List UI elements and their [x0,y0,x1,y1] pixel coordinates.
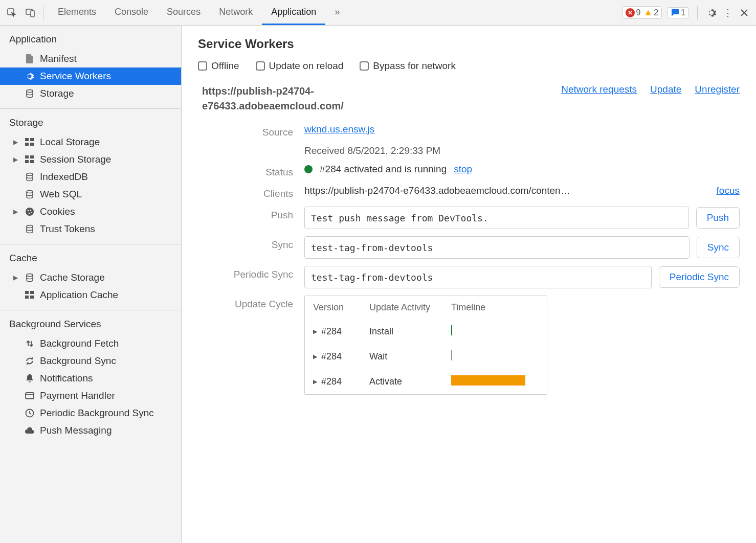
sidebar-item-push-messaging[interactable]: Push Messaging [0,422,181,439]
sidebar-item-label: Background Sync [40,355,116,367]
sidebar-item-label: Session Storage [40,154,111,165]
sidebar-item-web-sql[interactable]: Web SQL [0,186,181,203]
sidebar-item-label: Trust Tokens [40,223,95,235]
sidebar-item-periodic-background-sync[interactable]: Periodic Background Sync [0,404,181,422]
timeline-bar-icon [451,325,452,335]
grid-icon [25,291,35,299]
update-link[interactable]: Update [650,84,681,95]
sidebar-item-indexeddb[interactable]: IndexedDB [0,168,181,186]
bypass-network-checkbox[interactable]: Bypass for network [360,60,456,72]
sidebar-item-cookies[interactable]: ▶Cookies [0,203,181,220]
messages-badge[interactable]: 1 [667,7,689,18]
sidebar-item-trust-tokens[interactable]: Trust Tokens [0,220,181,238]
timeline-bar-icon [451,375,525,386]
svg-rect-11 [30,160,34,163]
source-file-link[interactable]: wknd.us.ensw.js [304,124,374,135]
db-icon [25,89,35,98]
db-icon [25,172,35,182]
focus-link[interactable]: focus [717,185,740,196]
sidebar-item-background-sync[interactable]: Background Sync [0,352,181,370]
sidebar-item-session-storage[interactable]: ▶Session Storage [0,151,181,168]
tab-sources[interactable]: Sources [158,0,210,25]
sidebar-item-label: Application Cache [40,289,118,301]
sync-button[interactable]: Sync [697,237,740,258]
push-input[interactable] [304,207,689,229]
expand-arrow-icon: ▶ [13,139,19,146]
svg-rect-5 [30,138,34,141]
expand-arrow-icon: ▶ [13,274,19,281]
uc-version: #284 [321,326,342,337]
bell-icon [25,374,35,383]
separator [697,6,698,19]
checkbox-icon [198,61,207,71]
sidebar-item-storage[interactable]: Storage [0,85,181,102]
checkbox-icon [360,61,369,71]
file-icon [25,54,35,64]
timeline-bar-icon [451,350,452,360]
stop-link[interactable]: stop [454,164,472,175]
expand-arrow-icon: ▶ [313,378,317,385]
svg-point-16 [30,210,32,211]
expand-arrow-icon: ▶ [313,328,317,335]
options-row: Offline Update on reload Bypass for netw… [198,60,740,72]
error-icon: ✕ [626,8,635,17]
device-toggle-icon[interactable] [25,7,36,18]
uc-activity: Wait [369,351,451,362]
sidebar-item-local-storage[interactable]: ▶Local Storage [0,133,181,151]
uc-activity: Install [369,326,451,337]
unregister-link[interactable]: Unregister [695,84,740,95]
sidebar-item-application-cache[interactable]: Application Cache [0,286,181,304]
db-icon [25,190,35,199]
svg-rect-21 [25,291,29,294]
sidebar-item-cache-storage[interactable]: ▶Cache Storage [0,269,181,286]
push-button[interactable]: Push [696,207,740,229]
svg-rect-22 [30,291,34,294]
sidebar-item-payment-handler[interactable]: Payment Handler [0,387,181,404]
update-cycle-table: Version Update Activity Timeline ▶#284In… [304,296,547,395]
inspect-icon[interactable] [6,7,17,18]
update-on-reload-checkbox[interactable]: Update on reload [256,60,344,72]
sidebar-item-service-workers[interactable]: Service Workers [0,67,181,85]
settings-icon[interactable] [706,7,717,18]
status-text: #284 activated and is running [320,164,447,175]
update-cycle-row[interactable]: ▶#284Install [305,319,547,344]
sidebar-item-label: Web SQL [40,189,82,200]
sidebar-item-notifications[interactable]: Notifications [0,370,181,387]
sidebar-item-manifest[interactable]: Manifest [0,50,181,67]
offline-checkbox[interactable]: Offline [198,60,239,72]
tab-elements[interactable]: Elements [49,0,105,25]
push-label: Push [202,207,304,221]
uc-version: #284 [321,376,342,387]
svg-point-13 [27,191,33,193]
sidebar-item-label: Cache Storage [40,272,105,283]
tab-application[interactable]: Application [262,0,325,25]
tab-more-icon[interactable]: » [325,0,349,25]
uc-activity: Activate [369,376,451,387]
periodic-sync-input[interactable] [304,266,652,288]
svg-rect-9 [30,155,34,159]
update-cycle-row[interactable]: ▶#284Wait [305,344,547,369]
more-menu-icon[interactable]: ⋮ [722,7,733,18]
sidebar-item-background-fetch[interactable]: Background Fetch [0,335,181,352]
tab-network[interactable]: Network [210,0,262,25]
status-label: Status [202,164,304,178]
svg-rect-7 [30,143,34,146]
svg-rect-10 [25,160,29,163]
tab-console[interactable]: Console [105,0,158,25]
svg-rect-23 [25,296,29,299]
sidebar-item-label: Background Fetch [40,338,119,349]
application-sidebar: ApplicationManifestService WorkersStorag… [0,26,182,543]
client-url: https://publish-p24704-e76433.adobeaemcl… [304,185,570,196]
sidebar-item-label: Periodic Background Sync [40,408,154,419]
expand-arrow-icon: ▶ [13,208,19,215]
close-icon[interactable] [739,7,750,18]
network-requests-link[interactable]: Network requests [561,84,637,95]
error-warning-badge[interactable]: ✕ 9 ▲ 2 [622,6,662,19]
cloud-icon [25,427,35,434]
svg-rect-24 [30,296,34,299]
uc-header-timeline: Timeline [451,302,539,313]
sync-input[interactable] [304,236,690,259]
periodic-sync-button[interactable]: Periodic Sync [659,266,740,288]
sidebar-heading: Application [0,32,181,50]
update-cycle-row[interactable]: ▶#284Activate [305,369,547,394]
